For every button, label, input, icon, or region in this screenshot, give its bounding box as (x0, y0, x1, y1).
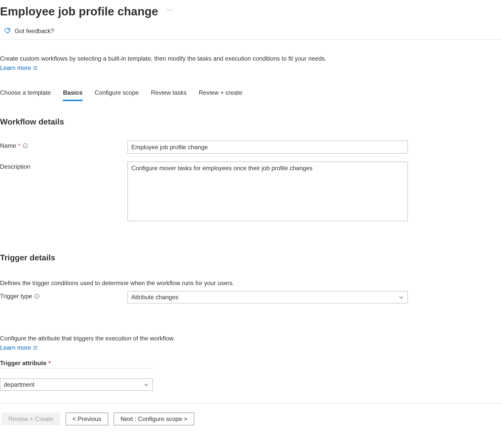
more-actions-icon[interactable]: ··· (167, 7, 173, 13)
review-create-button: Review + Create (2, 413, 60, 425)
tab-configure-scope[interactable]: Configure scope (95, 89, 139, 101)
required-indicator: * (18, 142, 20, 149)
trigger-type-value: Attribute changes (131, 293, 179, 302)
learn-more-label: Learn more (0, 343, 31, 352)
info-icon[interactable] (22, 143, 28, 148)
required-indicator: * (48, 360, 51, 366)
tab-choose-template[interactable]: Choose a template (0, 89, 51, 101)
external-link-icon (33, 66, 38, 70)
learn-more-label: Learn more (0, 63, 31, 72)
feedback-icon (4, 27, 11, 35)
page-title: Employee job profile change (0, 5, 158, 18)
intro-text: Create custom workflows by selecting a b… (0, 54, 502, 63)
trigger-type-select[interactable]: Attribute changes (128, 291, 408, 303)
feedback-button[interactable]: Got feedback? (0, 25, 502, 40)
name-input[interactable] (128, 141, 408, 154)
trigger-attribute-value: department (4, 380, 34, 389)
trigger-details-heading: Trigger details (0, 253, 502, 262)
svg-point-6 (37, 295, 37, 295)
previous-button[interactable]: < Previous (66, 413, 108, 425)
workflow-details-heading: Workflow details (0, 117, 502, 127)
tabs: Choose a template Basics Configure scope… (0, 89, 502, 101)
chevron-down-icon (143, 382, 149, 387)
tab-basics[interactable]: Basics (63, 89, 82, 101)
learn-more-link[interactable]: Learn more (0, 63, 38, 72)
trigger-type-label: Trigger type (0, 293, 32, 300)
trigger-details-description: Defines the trigger conditions used to d… (0, 280, 502, 287)
trigger-attribute-label: Trigger attribute (0, 360, 46, 367)
description-input[interactable] (128, 162, 408, 221)
learn-more-link-trigger[interactable]: Learn more (0, 343, 38, 352)
divider (0, 368, 153, 368)
chevron-down-icon (398, 294, 404, 300)
feedback-label: Got feedback? (15, 28, 54, 35)
svg-point-3 (25, 144, 26, 145)
info-icon[interactable] (34, 293, 40, 299)
external-link-icon (33, 345, 38, 350)
trigger-attribute-select[interactable]: department (0, 379, 153, 391)
tab-review-create[interactable]: Review + create (199, 89, 242, 101)
trigger-attribute-description: Configure the attribute that triggers th… (0, 334, 502, 343)
name-label: Name (0, 142, 16, 149)
tab-review-tasks[interactable]: Review tasks (151, 89, 187, 101)
next-button[interactable]: Next : Configure scope > (114, 413, 194, 425)
description-label: Description (0, 163, 30, 170)
